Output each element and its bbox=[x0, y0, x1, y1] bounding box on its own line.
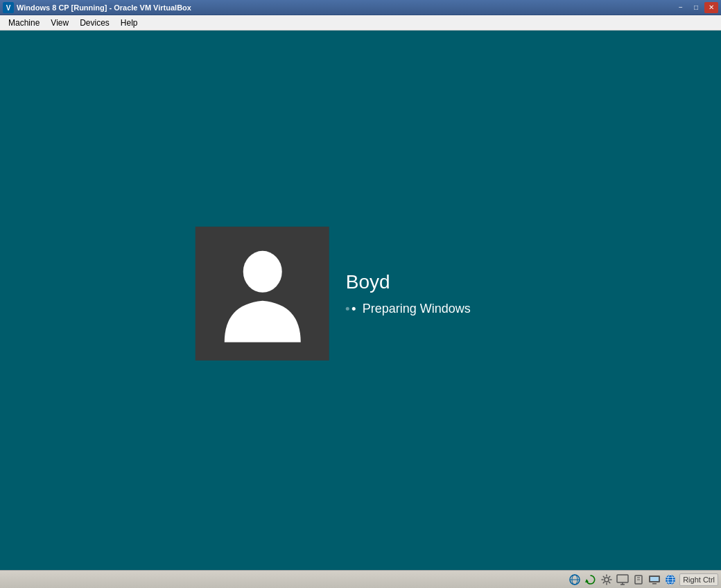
dot-1 bbox=[346, 307, 349, 311]
network-icon[interactable] bbox=[568, 573, 582, 587]
settings-icon[interactable] bbox=[600, 573, 614, 587]
maximize-button[interactable]: □ bbox=[689, 2, 703, 13]
monitor-icon[interactable] bbox=[616, 573, 629, 587]
display-icon[interactable] bbox=[648, 573, 661, 587]
loading-dots bbox=[346, 307, 356, 311]
menu-help[interactable]: Help bbox=[115, 17, 144, 29]
avatar-silhouette bbox=[220, 245, 304, 342]
virtualbox-icon: V bbox=[3, 2, 14, 13]
user-profile: Boyd Preparing Windows bbox=[196, 227, 471, 361]
titlebar-controls: − □ ✕ bbox=[674, 2, 718, 13]
statusbar: Right Ctrl bbox=[0, 570, 721, 588]
svg-point-7 bbox=[605, 578, 609, 582]
right-ctrl-label: Right Ctrl bbox=[679, 573, 718, 586]
svg-marker-6 bbox=[585, 579, 589, 582]
window-title: Windows 8 CP [Running] - Oracle VM Virtu… bbox=[17, 3, 191, 12]
refresh-icon[interactable] bbox=[584, 573, 598, 587]
dot-2 bbox=[352, 307, 356, 311]
user-info: Boyd Preparing Windows bbox=[346, 271, 471, 316]
svg-text:V: V bbox=[6, 4, 11, 12]
username: Boyd bbox=[346, 271, 471, 293]
status-row: Preparing Windows bbox=[346, 302, 471, 316]
titlebar: V Windows 8 CP [Running] - Oracle VM Vir… bbox=[0, 0, 721, 15]
usb-icon[interactable] bbox=[632, 573, 645, 587]
minimize-button[interactable]: − bbox=[674, 2, 688, 13]
menu-machine[interactable]: Machine bbox=[3, 17, 45, 29]
vm-viewport[interactable]: Boyd Preparing Windows bbox=[0, 31, 721, 570]
menubar: Machine View Devices Help bbox=[0, 15, 721, 31]
titlebar-left: V Windows 8 CP [Running] - Oracle VM Vir… bbox=[3, 2, 191, 13]
avatar bbox=[196, 227, 329, 361]
close-button[interactable]: ✕ bbox=[704, 2, 718, 13]
globe-icon[interactable] bbox=[663, 573, 677, 587]
preparing-text: Preparing Windows bbox=[363, 302, 471, 316]
svg-rect-16 bbox=[652, 583, 657, 585]
svg-rect-8 bbox=[617, 575, 628, 582]
svg-point-2 bbox=[243, 250, 281, 292]
svg-rect-15 bbox=[650, 577, 659, 581]
menu-devices[interactable]: Devices bbox=[74, 17, 115, 29]
menu-view[interactable]: View bbox=[45, 17, 74, 29]
